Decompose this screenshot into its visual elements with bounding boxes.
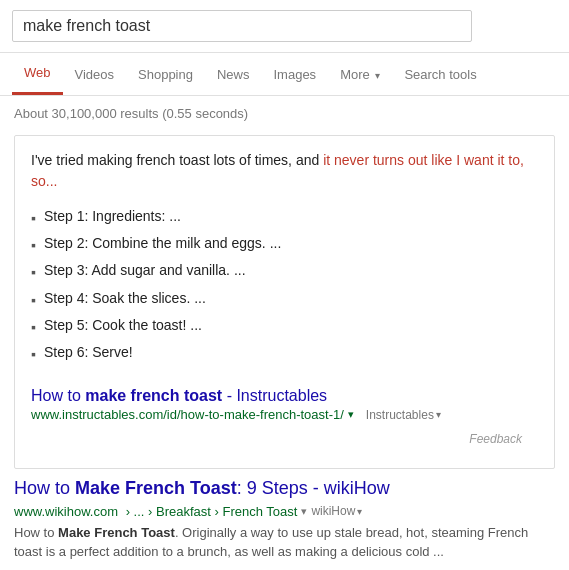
search-bar — [12, 10, 472, 42]
search-bar-container — [0, 0, 569, 53]
tab-search-tools[interactable]: Search tools — [392, 55, 488, 94]
tab-web[interactable]: Web — [12, 53, 63, 95]
snippet-result-title[interactable]: How to make french toast - Instructables — [31, 387, 327, 404]
tab-shopping[interactable]: Shopping — [126, 55, 205, 94]
snippet-result-link: How to make french toast - Instructables… — [31, 379, 538, 426]
list-item: Step 2: Combine the milk and eggs. ... — [31, 231, 538, 258]
snippet-url-line: www.instructables.com/id/how-to-make-fre… — [31, 407, 538, 422]
wikihow-arrow-icon: ▾ — [357, 506, 362, 517]
list-item: Step 1: Ingredients: ... — [31, 204, 538, 231]
snippet-highlight: it never turns out like I want it to, so… — [31, 152, 524, 189]
feedback-button[interactable]: Feedback — [469, 432, 522, 446]
list-item: Step 5: Cook the toast! ... — [31, 313, 538, 340]
search-input[interactable] — [23, 17, 461, 35]
tab-news[interactable]: News — [205, 55, 262, 94]
second-result-snippet: How to Make French Toast. Originally a w… — [14, 523, 555, 562]
list-item: Step 6: Serve! — [31, 340, 538, 367]
nav-tabs: Web Videos Shopping News Images More ▾ S… — [0, 53, 569, 96]
list-item: Step 4: Soak the slices. ... — [31, 286, 538, 313]
more-dropdown-arrow: ▾ — [375, 70, 380, 81]
snippet-intro: I've tried making french toast lots of t… — [31, 150, 538, 192]
tab-images[interactable]: Images — [261, 55, 328, 94]
tab-more[interactable]: More ▾ — [328, 55, 392, 94]
url-arrow-icon: ▾ — [348, 408, 354, 421]
second-result: How to Make French Toast: 9 Steps - wiki… — [0, 469, 569, 569]
source-arrow-icon: ▾ — [436, 409, 441, 420]
feedback-line: Feedback — [31, 426, 538, 454]
results-info: About 30,100,000 results (0.55 seconds) — [0, 96, 569, 131]
featured-snippet-box: I've tried making french toast lots of t… — [14, 135, 555, 469]
second-result-url-line: www.wikihow.com › ... › Breakfast › Fren… — [14, 504, 555, 519]
second-result-title[interactable]: How to Make French Toast: 9 Steps - wiki… — [14, 478, 390, 498]
list-item: Step 3: Add sugar and vanilla. ... — [31, 258, 538, 285]
snippet-steps: Step 1: Ingredients: ... Step 2: Combine… — [31, 204, 538, 367]
second-result-url: www.wikihow.com › ... › Breakfast › Fren… — [14, 504, 297, 519]
tab-videos[interactable]: Videos — [63, 55, 127, 94]
breadcrumb-arrow-icon: ▾ — [301, 505, 307, 518]
